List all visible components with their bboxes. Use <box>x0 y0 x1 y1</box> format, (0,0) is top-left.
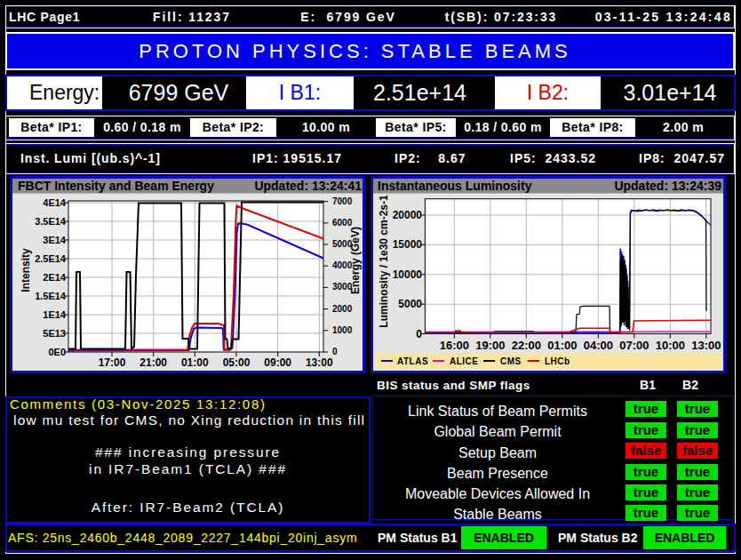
svg-text:LHCb: LHCb <box>545 356 570 366</box>
svg-text:6000: 6000 <box>332 218 353 228</box>
svg-text:2.5E14: 2.5E14 <box>35 253 67 264</box>
svg-text:1E14: 1E14 <box>43 309 67 320</box>
svg-text:0E0: 0E0 <box>48 347 66 357</box>
svg-text:Luminosity / 1e30 cm-2s-1: Luminosity / 1e30 cm-2s-1 <box>378 195 390 328</box>
svg-text:ATLAS: ATLAS <box>397 356 428 366</box>
svg-text:1.5E14: 1.5E14 <box>35 291 67 301</box>
svg-text:01:00: 01:00 <box>181 356 209 369</box>
svg-text:1000: 1000 <box>332 325 353 335</box>
svg-text:Intensity: Intensity <box>20 248 32 292</box>
svg-text:2E14: 2E14 <box>43 272 67 283</box>
svg-text:Instantaneous Luminosity: Instantaneous Luminosity <box>378 179 532 193</box>
svg-text:19:00: 19:00 <box>475 339 505 352</box>
svg-text:10:00: 10:00 <box>656 339 685 352</box>
svg-text:13:00: 13:00 <box>691 339 721 352</box>
svg-text:3E14: 3E14 <box>43 235 67 245</box>
svg-text:04:00: 04:00 <box>584 339 613 352</box>
svg-text:15000: 15000 <box>393 238 423 251</box>
svg-text:ALICE: ALICE <box>450 356 479 366</box>
svg-text:0: 0 <box>332 347 338 356</box>
svg-text:Updated: 13:24:39: Updated: 13:24:39 <box>614 179 721 193</box>
svg-text:3.5E14: 3.5E14 <box>35 216 67 227</box>
svg-text:07:00: 07:00 <box>619 339 649 352</box>
svg-text:05:00: 05:00 <box>223 356 251 369</box>
svg-text:21:00: 21:00 <box>139 356 167 369</box>
svg-text:16:00: 16:00 <box>440 339 469 352</box>
svg-text:01:00: 01:00 <box>547 339 577 352</box>
svg-text:09:00: 09:00 <box>264 356 291 369</box>
svg-text:Updated: 13:24:41: Updated: 13:24:41 <box>254 179 362 193</box>
svg-text:CMS: CMS <box>500 356 522 366</box>
svg-text:17:00: 17:00 <box>99 356 126 369</box>
svg-text:Energy (GeV): Energy (GeV) <box>349 227 362 294</box>
svg-text:13:00: 13:00 <box>306 356 333 369</box>
svg-text:FBCT Intensity and Beam Energy: FBCT Intensity and Beam Energy <box>18 179 214 193</box>
svg-text:5000: 5000 <box>398 298 422 310</box>
svg-text:2000: 2000 <box>332 304 353 314</box>
svg-text:0: 0 <box>416 328 422 340</box>
svg-text:5E13: 5E13 <box>43 328 66 339</box>
svg-text:22:00: 22:00 <box>512 339 541 352</box>
svg-text:4E14: 4E14 <box>43 197 67 208</box>
svg-text:20000: 20000 <box>393 209 423 221</box>
svg-text:10000: 10000 <box>393 268 423 281</box>
svg-text:7000: 7000 <box>332 196 353 206</box>
